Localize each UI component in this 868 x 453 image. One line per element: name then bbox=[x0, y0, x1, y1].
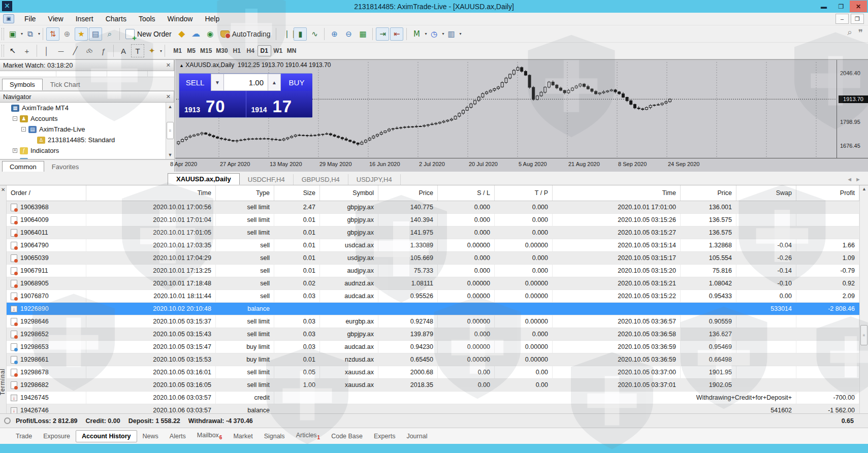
table-row-19064790[interactable]: 190647902020.10.01 17:03:35sell0.01usdca… bbox=[7, 239, 859, 252]
column-header-order-[interactable]: Order / bbox=[7, 185, 86, 201]
crosshair-button[interactable]: + bbox=[20, 44, 34, 57]
table-row-19226890[interactable]: ↓192268902020.10.02 20:10:48balance53301… bbox=[7, 303, 859, 315]
terminal-toggle[interactable]: ▤ bbox=[89, 27, 102, 41]
timeframe-m5[interactable]: M5 bbox=[184, 45, 198, 56]
volume-input[interactable]: 1.00 bbox=[224, 74, 268, 91]
line-chart-button[interactable]: ∿ bbox=[308, 27, 321, 41]
table-row-19298678[interactable]: 192986782020.10.05 03:16:01sell limit0.0… bbox=[7, 366, 859, 379]
terminal-tab-experts[interactable]: Experts bbox=[368, 431, 401, 442]
column-header-price[interactable]: Price bbox=[681, 185, 736, 201]
table-row-19298653[interactable]: 192986532020.10.05 03:15:47buy limit0.03… bbox=[7, 341, 859, 353]
bar-chart-button[interactable]: ⎹⎹ bbox=[279, 27, 293, 41]
profiles-button[interactable]: ⧉ bbox=[23, 27, 37, 41]
timeframe-d1[interactable]: D1 bbox=[258, 45, 271, 56]
cursor-button[interactable]: ↖ bbox=[6, 44, 19, 57]
volume-decrease-button[interactable]: ▼ bbox=[211, 74, 224, 91]
child-restore-button[interactable]: ❐ bbox=[851, 14, 864, 24]
zoom-in-button[interactable]: ⊕ bbox=[328, 27, 341, 41]
volume-increase-button[interactable]: ▲ bbox=[268, 74, 281, 91]
timeframe-mn[interactable]: MN bbox=[285, 45, 299, 56]
expand-icon[interactable]: + bbox=[13, 159, 17, 159]
timeframe-m30[interactable]: M30 bbox=[214, 45, 230, 56]
tree-item-aximtrade-mt4[interactable]: ▦AximTrade MT4 bbox=[0, 103, 174, 113]
menu-charts[interactable]: Charts bbox=[100, 13, 133, 24]
terminal-tab-articles[interactable]: Articles1 bbox=[291, 430, 326, 442]
tree-item-2131814485-standard[interactable]: ♙2131814485: Standard bbox=[0, 135, 174, 145]
navigator-scrollbar[interactable]: ▲ ≡ ▼ bbox=[166, 103, 174, 159]
market-watch-close-icon[interactable]: ✕ bbox=[166, 62, 171, 69]
navigator-close-icon[interactable]: ✕ bbox=[166, 93, 171, 100]
search-icon[interactable]: ⌕ bbox=[847, 27, 852, 38]
autotrading-button[interactable]: AutoTrading bbox=[217, 29, 274, 39]
timeframe-h4[interactable]: H4 bbox=[244, 45, 258, 56]
table-row-19064009[interactable]: 190640092020.10.01 17:01:04sell limit0.0… bbox=[7, 214, 859, 226]
time-axis[interactable]: 8 Apr 202027 Apr 202013 May 202029 May 2… bbox=[175, 158, 868, 172]
terminal-tab-code-base[interactable]: Code Base bbox=[326, 431, 368, 442]
tab-common[interactable]: Common bbox=[2, 161, 44, 173]
collapse-icon[interactable]: - bbox=[21, 127, 26, 132]
auto-scroll-button[interactable]: ⇥ bbox=[376, 27, 389, 41]
table-row-19064011[interactable]: 190640112020.10.01 17:01:05sell limit0.0… bbox=[7, 226, 859, 239]
table-row-19076870[interactable]: 190768702020.10.01 18:11:44sell0.03audca… bbox=[7, 290, 859, 303]
timeframe-m15[interactable]: M15 bbox=[198, 45, 214, 56]
tab-symbols[interactable]: Symbols bbox=[2, 79, 43, 90]
sell-price[interactable]: 1913 70 bbox=[179, 91, 246, 117]
tree-item-aximtrade-live[interactable]: -▤AximTrade-Live bbox=[0, 124, 174, 135]
column-header-swap[interactable]: Swap bbox=[736, 185, 796, 201]
column-header-time[interactable]: Time bbox=[86, 185, 216, 201]
chat-icon[interactable]: ❞ bbox=[858, 27, 863, 38]
minimize-button[interactable]: ▬ bbox=[815, 1, 832, 12]
tab-tick-chart[interactable]: Tick Chart bbox=[43, 79, 88, 90]
scroll-up-icon[interactable]: ▲ bbox=[862, 186, 866, 191]
fibonacci-button[interactable]: ƒ bbox=[97, 44, 110, 57]
tree-item-expert-advisors[interactable]: +✦Expert Advisors bbox=[0, 156, 174, 159]
templates-dropdown[interactable]: ▾ bbox=[460, 31, 462, 36]
terminal-tab-market[interactable]: Market bbox=[228, 431, 258, 442]
chart-tab-usdjpy-h4[interactable]: USDJPY,H4 bbox=[348, 174, 401, 185]
column-header-type[interactable]: Type bbox=[216, 185, 274, 201]
terminal-tab-alerts[interactable]: Alerts bbox=[164, 431, 191, 442]
buy-button[interactable]: BUY bbox=[281, 74, 312, 91]
indicators-dropdown[interactable]: ▾ bbox=[425, 31, 427, 36]
templates-button[interactable]: ▥ bbox=[445, 27, 458, 41]
restore-button[interactable]: ❐ bbox=[832, 1, 850, 12]
vertical-line-button[interactable]: │ bbox=[40, 44, 53, 57]
price-axis[interactable]: 2046.401798.951676.45 1913.70 bbox=[837, 60, 868, 158]
profiles-dropdown[interactable]: ▾ bbox=[38, 31, 40, 36]
scroll-up-icon[interactable]: ▲ bbox=[166, 103, 174, 111]
table-row-19067911[interactable]: 190679112020.10.01 17:13:25sell0.01audjp… bbox=[7, 265, 859, 277]
table-row-19065039[interactable]: 190650392020.10.01 17:04:29sell0.01usdjp… bbox=[7, 252, 859, 265]
terminal-scrollbar[interactable]: ▲ ≡ bbox=[859, 185, 868, 413]
data-window-button[interactable]: ⊕ bbox=[60, 27, 74, 41]
new-chart-button[interactable]: ▣ bbox=[6, 27, 19, 41]
terminal-tab-mailbox[interactable]: Mailbox6 bbox=[191, 430, 228, 442]
buy-price[interactable]: 1914 17 bbox=[246, 91, 313, 117]
tree-item-indicators[interactable]: +ƒIndicators bbox=[0, 145, 174, 156]
column-header-s-l[interactable]: S / L bbox=[438, 185, 495, 201]
menu-window[interactable]: Window bbox=[162, 13, 199, 24]
table-row-19298652[interactable]: 192986522020.10.05 03:15:43sell limit0.0… bbox=[7, 328, 859, 341]
timeframe-m1[interactable]: M1 bbox=[171, 45, 184, 56]
terminal-tab-signals[interactable]: Signals bbox=[259, 431, 291, 442]
candlestick-chart-button[interactable]: ▮ bbox=[294, 27, 307, 41]
menu-view[interactable]: View bbox=[42, 13, 70, 24]
arrows-button[interactable]: ✦ bbox=[145, 44, 158, 57]
terminal-tab-trade[interactable]: Trade bbox=[10, 431, 38, 442]
chart-tab-xauusd-ax-daily[interactable]: XAUUSD.ax,Daily bbox=[168, 173, 240, 185]
column-header-time[interactable]: Time bbox=[553, 185, 681, 201]
table-row-19298646[interactable]: 192986462020.10.05 03:15:37sell limit0.0… bbox=[7, 315, 859, 328]
table-row-19063968[interactable]: 190639682020.10.01 17:00:56sell limit2.4… bbox=[7, 201, 859, 214]
terminal-close-icon[interactable]: ✕ bbox=[1, 187, 5, 192]
menu-insert[interactable]: Insert bbox=[70, 13, 100, 24]
chart-tab-gbpusd-h4[interactable]: GBPUSD,H4 bbox=[294, 174, 348, 185]
tab-favorites[interactable]: Favorites bbox=[44, 161, 86, 173]
arrows-dropdown[interactable]: ▾ bbox=[160, 49, 162, 53]
expand-icon[interactable]: + bbox=[13, 148, 17, 153]
column-header-price[interactable]: Price bbox=[378, 185, 438, 201]
child-minimize-button[interactable]: – bbox=[835, 14, 849, 24]
terminal-tab-account-history[interactable]: Account History bbox=[76, 430, 137, 442]
zoom-out-button[interactable]: ⊖ bbox=[342, 27, 355, 41]
indicators-button[interactable]: Ⅿ bbox=[410, 27, 423, 41]
terminal-tab-news[interactable]: News bbox=[137, 431, 164, 442]
periods-dropdown[interactable]: ▾ bbox=[442, 31, 444, 36]
